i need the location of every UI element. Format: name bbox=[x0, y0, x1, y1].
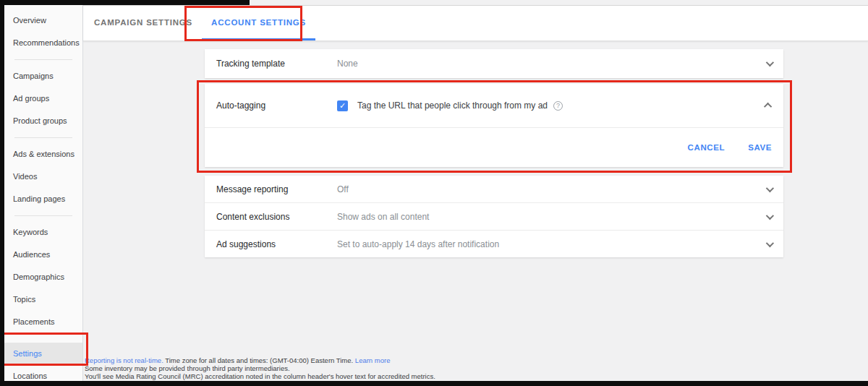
reporting-footer: Reporting is not real-time. Time zone fo… bbox=[85, 356, 634, 380]
sidebar-item-videos[interactable]: Videos bbox=[4, 166, 82, 188]
account-settings-list-card: Message reporting Off Content exclusions… bbox=[205, 176, 783, 257]
sidebar-item-campaigns[interactable]: Campaigns bbox=[4, 65, 82, 87]
tracking-template-value: None bbox=[337, 59, 766, 69]
sidebar-item-recommendations[interactable]: Recommendations bbox=[4, 32, 82, 54]
sidebar-divider bbox=[14, 59, 72, 60]
sidebar-nav: Overview Recommendations Campaigns Ad gr… bbox=[4, 5, 83, 381]
sidebar-item-topics[interactable]: Topics bbox=[4, 288, 82, 311]
sidebar-item-demographics[interactable]: Demographics bbox=[4, 266, 82, 288]
sidebar-divider bbox=[14, 215, 72, 216]
auto-tagging-label: Auto-tagging bbox=[216, 100, 337, 111]
sidebar-item-keywords[interactable]: Keywords bbox=[4, 221, 82, 244]
cancel-button[interactable]: CANCEL bbox=[688, 143, 726, 152]
sidebar-item-product-groups[interactable]: Product groups bbox=[4, 110, 82, 132]
learn-more-link[interactable]: Learn more bbox=[355, 356, 391, 364]
sidebar-item-settings[interactable]: Settings bbox=[4, 343, 82, 365]
auto-tagging-actions: CANCEL SAVE bbox=[205, 128, 783, 167]
sidebar-item-overview[interactable]: Overview bbox=[4, 9, 82, 32]
content-exclusions-value: Show ads on all content bbox=[337, 212, 766, 222]
tab-account-settings[interactable]: ACCOUNT SETTINGS bbox=[202, 6, 315, 40]
help-icon[interactable]: ? bbox=[553, 101, 563, 111]
google-ads-settings-page: { "sidebar": { "items": [ { "label": "Ov… bbox=[0, 0, 868, 386]
chevron-down-icon[interactable] bbox=[766, 211, 774, 219]
sidebar-item-ad-groups[interactable]: Ad groups bbox=[4, 87, 82, 110]
auto-tagging-card: Auto-tagging ✓ Tag the URL that people c… bbox=[205, 84, 783, 167]
message-reporting-row[interactable]: Message reporting Off bbox=[205, 176, 783, 202]
sidebar-item-ads-extensions[interactable]: Ads & extensions bbox=[4, 143, 82, 166]
auto-tagging-checkbox-label: Tag the URL that people click through fr… bbox=[357, 100, 548, 111]
screenshot-border-top bbox=[0, 0, 250, 5]
tab-campaign-settings[interactable]: CAMPAIGN SETTINGS bbox=[85, 6, 202, 40]
footer-line-2: Some inventory may be provided through t… bbox=[85, 364, 634, 372]
ad-suggestions-value: Set to auto-apply 14 days after notifica… bbox=[337, 239, 766, 249]
settings-tab-bar: CAMPAIGN SETTINGS ACCOUNT SETTINGS bbox=[83, 5, 868, 41]
tracking-template-row[interactable]: Tracking template None bbox=[205, 49, 783, 78]
auto-tagging-checkbox[interactable]: ✓ bbox=[337, 100, 348, 111]
tracking-template-label: Tracking template bbox=[216, 59, 337, 69]
reporting-not-realtime-link[interactable]: Reporting is not real-time. bbox=[85, 356, 163, 364]
content-exclusions-label: Content exclusions bbox=[216, 212, 337, 222]
sidebar-item-audiences[interactable]: Audiences bbox=[4, 244, 82, 266]
auto-tagging-control: ✓ Tag the URL that people click through … bbox=[337, 100, 766, 111]
auto-tagging-row: Auto-tagging ✓ Tag the URL that people c… bbox=[205, 84, 783, 127]
screenshot-border-left bbox=[0, 0, 4, 386]
ad-suggestions-label: Ad suggestions bbox=[216, 239, 337, 249]
sidebar-item-landing-pages[interactable]: Landing pages bbox=[4, 188, 82, 210]
tracking-template-card: Tracking template None bbox=[205, 49, 783, 78]
message-reporting-label: Message reporting bbox=[216, 184, 337, 194]
content-exclusions-row[interactable]: Content exclusions Show ads on all conte… bbox=[205, 203, 783, 230]
message-reporting-value: Off bbox=[337, 184, 766, 194]
chevron-down-icon[interactable] bbox=[766, 239, 774, 246]
sidebar-divider bbox=[14, 137, 72, 138]
chevron-down-icon[interactable] bbox=[766, 59, 774, 67]
chevron-down-icon[interactable] bbox=[766, 184, 774, 192]
timezone-text: Time zone for all dates and times: (GMT-… bbox=[163, 356, 355, 364]
ad-suggestions-row[interactable]: Ad suggestions Set to auto-apply 14 days… bbox=[205, 231, 783, 257]
footer-line-3: You'll see Media Rating Council (MRC) ac… bbox=[85, 372, 634, 380]
save-button[interactable]: SAVE bbox=[748, 143, 772, 152]
footer-line-1: Reporting is not real-time. Time zone fo… bbox=[85, 356, 634, 364]
screenshot-border-bottom bbox=[0, 381, 868, 386]
sidebar-item-placements[interactable]: Placements bbox=[4, 311, 82, 333]
